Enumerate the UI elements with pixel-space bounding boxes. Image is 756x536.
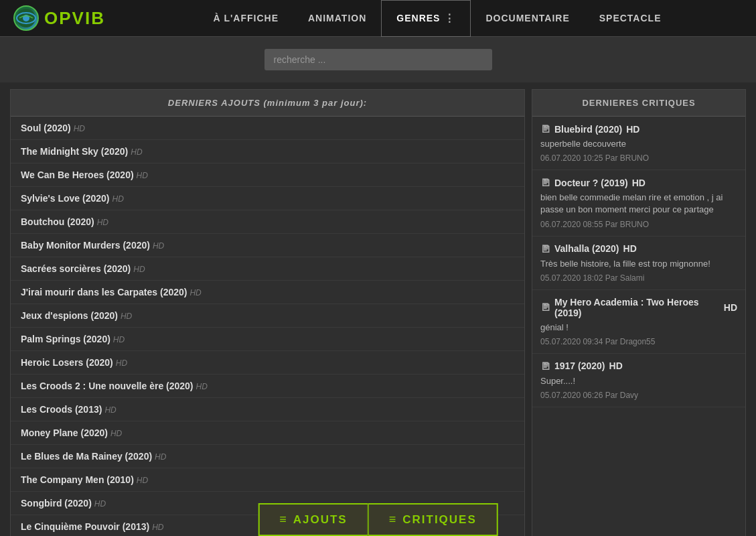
list-item[interactable]: We Can Be Heroes (2020)HD bbox=[11, 163, 524, 187]
list-item[interactable]: Le Blues de Ma Rainey (2020)HD bbox=[11, 445, 524, 468]
critiques-button[interactable]: ≡ CRITIQUES bbox=[368, 503, 498, 536]
critique-icon: 🖹 bbox=[540, 302, 550, 313]
critique-meta: 06.07.2020 08:55 Par BRUNO bbox=[540, 220, 737, 229]
critique-meta: 05.07.2020 06:26 Par Davy bbox=[540, 391, 737, 400]
nav-item-animation[interactable]: ANIMATION bbox=[293, 0, 381, 37]
critique-title[interactable]: 🖹 Bluebird (2020) HD bbox=[540, 123, 737, 135]
left-panel: DERNIERS AJOUTS (minimum 3 par jour): So… bbox=[10, 89, 525, 536]
critique-text: Super....! bbox=[540, 375, 737, 387]
critique-icon: 🖹 bbox=[540, 123, 550, 135]
critique-meta: 05.07.2020 18:02 Par Salami bbox=[540, 273, 737, 283]
list-item[interactable]: Soul (2020)HD bbox=[11, 117, 524, 140]
nav-item-affiche[interactable]: À L'AFFICHE bbox=[198, 0, 293, 37]
nav-item-genres[interactable]: GENRES ⋮ bbox=[381, 0, 471, 37]
right-panel-header: DERNIERES CRITIQUES bbox=[532, 90, 745, 117]
critique-meta: 05.07.2020 09:34 Par Dragon55 bbox=[540, 337, 737, 346]
critique-item: 🖹 Bluebird (2020) HD superbelle decouver… bbox=[532, 117, 745, 170]
genres-dots-icon: ⋮ bbox=[444, 12, 455, 25]
critique-icon: 🖹 bbox=[540, 243, 550, 255]
ajouts-button[interactable]: ≡ AJOUTS bbox=[258, 503, 368, 536]
list-item[interactable]: The Company Men (2010)HD bbox=[11, 468, 524, 492]
ajouts-icon: ≡ bbox=[279, 513, 288, 527]
critique-item: 🖹 Docteur ? (2019) HD bien belle commedi… bbox=[532, 170, 745, 236]
logo-text: OPVIB bbox=[44, 8, 105, 29]
list-item[interactable]: Palm Springs (2020)HD bbox=[11, 328, 524, 351]
critique-text: superbelle decouverte bbox=[540, 138, 737, 150]
logo-area[interactable]: OPVIB bbox=[13, 5, 105, 31]
critique-item: 🖹 1917 (2020) HD Super....! 05.07.2020 0… bbox=[532, 354, 745, 407]
right-panel: DERNIERES CRITIQUES 🖹 Bluebird (2020) HD… bbox=[532, 89, 746, 536]
search-bar-container bbox=[0, 37, 756, 82]
nav-item-spectacle[interactable]: SPECTACLE bbox=[585, 0, 676, 37]
main-nav: À L'AFFICHE ANIMATION GENRES ⋮ DOCUMENTA… bbox=[132, 0, 743, 37]
critique-title[interactable]: 🖹 My Hero Academia : Two Heroes (2019) H… bbox=[540, 297, 737, 318]
header: OPVIB À L'AFFICHE ANIMATION GENRES ⋮ DOC… bbox=[0, 0, 756, 37]
list-item[interactable]: Sylvie's Love (2020)HD bbox=[11, 187, 524, 210]
critique-text: génial ! bbox=[540, 322, 737, 334]
list-item[interactable]: Les Croods 2 : Une nouvelle ère (2020)HD bbox=[11, 375, 524, 398]
critique-meta: 06.07.2020 10:25 Par BRUNO bbox=[540, 153, 737, 163]
list-item[interactable]: Jeux d'espions (2020)HD bbox=[11, 304, 524, 328]
critique-title[interactable]: 🖹 Valhalla (2020) HD bbox=[540, 243, 737, 255]
list-item[interactable]: Baby Monitor Murders (2020)HD bbox=[11, 234, 524, 257]
search-input[interactable] bbox=[264, 49, 492, 70]
critique-icon: 🖹 bbox=[540, 177, 550, 188]
critique-text: Très belle histoire, la fille est trop m… bbox=[540, 258, 737, 270]
nav-item-documentaire[interactable]: DOCUMENTAIRE bbox=[471, 0, 584, 37]
list-item[interactable]: J'irai mourir dans les Carpates (2020)HD bbox=[11, 281, 524, 304]
critique-title[interactable]: 🖹 Docteur ? (2019) HD bbox=[540, 177, 737, 188]
critique-title[interactable]: 🖹 1917 (2020) HD bbox=[540, 360, 737, 372]
critique-text: bien belle commedie melan rire et emotio… bbox=[540, 192, 737, 216]
list-item[interactable]: Boutchou (2020)HD bbox=[11, 210, 524, 234]
list-item[interactable]: Money Plane (2020)HD bbox=[11, 421, 524, 445]
list-item[interactable]: Heroic Losers (2020)HD bbox=[11, 351, 524, 375]
list-item[interactable]: The Midnight Sky (2020)HD bbox=[11, 140, 524, 163]
critique-item: 🖹 My Hero Academia : Two Heroes (2019) H… bbox=[532, 290, 745, 354]
list-item[interactable]: Les Croods (2013)HD bbox=[11, 398, 524, 421]
critiques-icon: ≡ bbox=[389, 513, 398, 527]
critique-icon: 🖹 bbox=[540, 360, 550, 372]
list-item[interactable]: Sacrées sorcières (2020)HD bbox=[11, 257, 524, 281]
main-content: DERNIERS AJOUTS (minimum 3 par jour): So… bbox=[0, 82, 756, 536]
critique-item: 🖹 Valhalla (2020) HD Très belle histoire… bbox=[532, 237, 745, 290]
left-panel-header: DERNIERS AJOUTS (minimum 3 par jour): bbox=[11, 90, 524, 117]
bottom-buttons: ≡ AJOUTS ≡ CRITIQUES bbox=[258, 503, 498, 536]
movie-list: Soul (2020)HD The Midnight Sky (2020)HD … bbox=[11, 117, 524, 536]
logo-icon bbox=[13, 5, 39, 31]
